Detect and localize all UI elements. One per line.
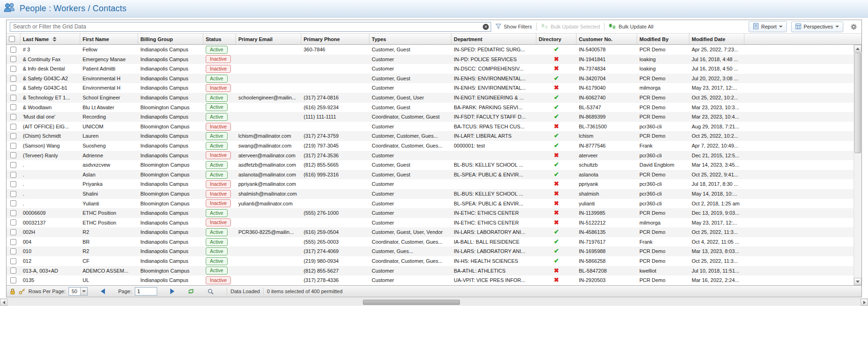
table-row[interactable]: 013-A, 003+ADADEMCO ASSEM...Bloomington …	[7, 266, 854, 276]
row-checkbox[interactable]	[10, 143, 16, 149]
horizontal-scrollbar[interactable]	[0, 298, 868, 306]
table-row[interactable]: 'Must dial one'RecordingIndianapolis Cam…	[7, 112, 854, 122]
table-row[interactable]: 002HR2Indianapolis CampusActivePCR360-82…	[7, 227, 854, 237]
table-row[interactable]: (AIT OFFICE) EIG...UNICOMBloomington Cam…	[7, 122, 854, 132]
select-all-checkbox[interactable]	[9, 36, 15, 42]
horizontal-scrollbar-thumb[interactable]	[363, 300, 460, 305]
row-checkbox[interactable]	[10, 152, 16, 158]
scroll-down-button[interactable]	[854, 278, 861, 285]
row-checkbox[interactable]	[10, 95, 16, 101]
col-header-customer-no[interactable]: Customer No.	[576, 34, 637, 44]
perspectives-button[interactable]: Perspectives	[791, 21, 843, 32]
clear-search-icon[interactable]: ✕	[483, 24, 489, 30]
row-checkbox[interactable]	[10, 172, 16, 178]
page-number-input[interactable]	[135, 287, 157, 296]
cell-customer-no: aterveer	[576, 151, 637, 161]
col-header-primary-phone[interactable]: Primary Phone	[301, 34, 369, 44]
table-row[interactable]: (Samson) WangSuoshengIndianapolis Campus…	[7, 141, 854, 151]
grid-settings-gear-icon[interactable]	[850, 23, 857, 30]
table-row[interactable]: .YuliantiBloomington CampusInactiveyulia…	[7, 199, 854, 209]
table-row[interactable]: & Safety G043C-A2Environmental HIndianap…	[7, 74, 854, 84]
report-button[interactable]: Report	[749, 21, 787, 32]
cell-primary-email	[236, 275, 301, 285]
table-row[interactable]: .ShaliniBloomington CampusInactiveshalmi…	[7, 189, 854, 199]
vertical-scrollbar[interactable]	[854, 45, 861, 285]
row-checkbox[interactable]	[10, 56, 16, 62]
row-checkbox[interactable]	[10, 277, 16, 283]
row-checkbox[interactable]	[10, 104, 16, 110]
row-checkbox[interactable]	[10, 181, 16, 187]
refresh-icon[interactable]	[187, 288, 194, 295]
lock-icon[interactable]	[10, 288, 15, 295]
row-checkbox[interactable]	[10, 85, 16, 91]
table-row[interactable]: & Continuity FaxEmergency ManaeIndianapo…	[7, 55, 854, 64]
scroll-right-button[interactable]	[861, 299, 868, 306]
rows-per-page-select[interactable]: 50	[69, 287, 88, 296]
grid-toolbar: ✕ Show Filters Bulk Update Selected	[7, 20, 861, 34]
col-header-status[interactable]: Status	[203, 34, 236, 44]
row-checkbox[interactable]	[10, 200, 16, 206]
table-row[interactable]: 010R2Indianapolis CampusActive(317) 274-…	[7, 246, 854, 256]
col-header-billing-group[interactable]: Billing Group	[138, 34, 203, 44]
table-row[interactable]: .asdvxzcvewBloomington CampusActiveasdfe…	[7, 160, 854, 170]
table-row[interactable]: 00006609ETHC PositionIndianapolis Campus…	[7, 208, 854, 218]
table-row[interactable]: 012CFIndianapolis CampusActive(219) 980-…	[7, 256, 854, 266]
row-checkbox[interactable]	[10, 47, 16, 53]
search-grid-icon[interactable]	[208, 289, 214, 295]
row-checkbox[interactable]	[10, 124, 16, 130]
col-header-modified-date[interactable]: Modified Date	[689, 34, 744, 44]
search-input[interactable]	[10, 22, 491, 32]
scroll-left-button[interactable]	[0, 299, 7, 306]
show-filters-label: Show Filters	[504, 24, 532, 29]
col-header-last-name[interactable]: Last Name	[21, 34, 80, 44]
next-page-button[interactable]	[170, 289, 174, 294]
table-row[interactable]: # 3FellowIndianapolis CampusActive360-78…	[7, 45, 854, 55]
show-filters-button[interactable]: Show Filters	[495, 23, 532, 30]
col-header-modified-by[interactable]: Modified By	[637, 34, 689, 44]
row-checkbox[interactable]	[10, 258, 16, 264]
row-checkbox[interactable]	[10, 76, 16, 82]
directory-yes-icon: ✔	[554, 227, 559, 237]
cell-primary-email	[236, 218, 301, 228]
row-checkbox[interactable]	[10, 162, 16, 168]
table-row[interactable]: & Info desk DentalPatient AdmittiIndiana…	[7, 64, 854, 74]
row-checkbox[interactable]	[10, 66, 16, 72]
cell-primary-phone: (219) 797-3045	[301, 141, 369, 151]
col-header-first-name[interactable]: First Name	[80, 34, 138, 44]
table-row[interactable]: .AslanBloomington CampusActiveaslanota@m…	[7, 170, 854, 180]
table-row[interactable]: (Terveer) RanlyAdrienneIndianapolis Camp…	[7, 151, 854, 161]
table-row[interactable]: .PriyankaIndianapolis CampusInactiveppri…	[7, 179, 854, 189]
row-checkbox[interactable]	[10, 219, 16, 225]
cell-department: IN-LARS: LABORATORY ANI...	[451, 227, 536, 237]
col-header-directory[interactable]: Directory	[536, 34, 576, 44]
key-icon[interactable]	[19, 288, 25, 295]
row-checkbox[interactable]	[10, 114, 16, 120]
row-checkbox[interactable]	[10, 191, 16, 197]
table-row[interactable]: & Technology ET 1...School EngineerIndia…	[7, 93, 854, 103]
row-checkbox[interactable]	[10, 229, 16, 235]
row-checkbox[interactable]	[10, 210, 16, 216]
table-row[interactable]: 004BRIndianapolis CampusActive(555) 265-…	[7, 237, 854, 247]
row-checkbox[interactable]	[10, 248, 16, 254]
scroll-up-button[interactable]	[854, 45, 861, 52]
col-header-department[interactable]: Department	[451, 34, 536, 44]
bulk-update-all-button[interactable]: Bulk Update All	[609, 23, 653, 30]
col-header-primary-email[interactable]: Primary Email	[236, 34, 301, 44]
table-row[interactable]: 00032137ETHC PositionIndianapolis Campus…	[7, 218, 854, 228]
col-header-types[interactable]: Types	[369, 34, 451, 44]
cell-modified-date: Dec 21, 2015, 12:5...	[689, 151, 744, 161]
previous-page-button[interactable]	[101, 289, 105, 294]
directory-yes-icon: ✔	[554, 93, 559, 103]
cell-primary-email: aslanota@mailinator.com	[236, 170, 301, 180]
row-checkbox[interactable]	[10, 268, 16, 274]
cell-types: Customer	[369, 64, 451, 74]
row-checkbox[interactable]	[10, 239, 16, 245]
cell-directory: ✔	[536, 227, 576, 237]
table-row[interactable]: & Safety G043C-b1Environmental HIndianap…	[7, 83, 854, 93]
vertical-scrollbar-thumb[interactable]	[854, 53, 861, 153]
table-row[interactable]: 0135ULIndianapolis CampusInactive(317) 2…	[7, 275, 854, 285]
row-checkbox[interactable]	[10, 133, 16, 139]
table-row[interactable]: & WoodlawnBlu Lt AtwaterBloomington Camp…	[7, 103, 854, 113]
bulk-update-selected-button[interactable]: Bulk Update Selected	[541, 23, 600, 30]
table-row[interactable]: (Chism) SchmidtLaurenIndianapolis Campus…	[7, 131, 854, 141]
